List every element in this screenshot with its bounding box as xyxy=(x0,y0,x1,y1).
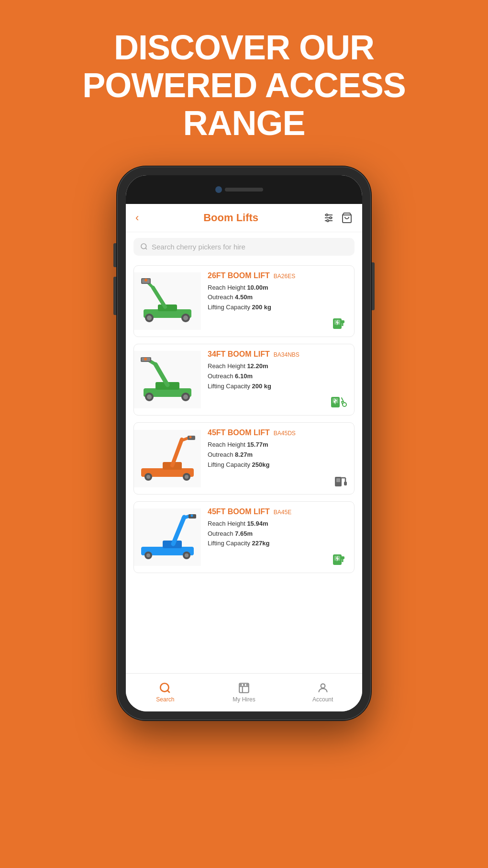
svg-point-41 xyxy=(146,475,150,479)
product-name-4: 45ft BOOM LIFT xyxy=(208,507,270,516)
svg-point-29 xyxy=(183,395,188,399)
search-bar[interactable]: Search cherry pickers for hire xyxy=(133,238,355,256)
product-image-2 xyxy=(134,351,201,408)
hires-nav-label: My Hires xyxy=(233,696,255,703)
svg-point-27 xyxy=(147,395,152,399)
fuel-icon-4 xyxy=(332,552,347,567)
search-nav-icon xyxy=(159,682,171,694)
svg-point-76 xyxy=(246,684,247,685)
svg-line-8 xyxy=(145,248,147,249)
power-button xyxy=(372,262,375,310)
hires-nav-icon xyxy=(238,682,250,694)
product-name-2: 34ft BOOM LIFT xyxy=(208,350,270,359)
svg-point-69 xyxy=(161,683,169,691)
svg-point-75 xyxy=(244,684,244,685)
phone-mockup: ‹ Boom Lifts xyxy=(0,157,488,720)
nav-my-hires[interactable]: My Hires xyxy=(205,674,284,711)
hero-title: DISCOVER OUR POWERED ACCESS RANGE xyxy=(0,0,488,157)
svg-point-43 xyxy=(185,475,189,479)
svg-line-45 xyxy=(172,440,182,465)
filter-icon[interactable] xyxy=(323,212,334,224)
page-title: Boom Lifts xyxy=(203,212,258,224)
product-image-4 xyxy=(134,508,201,566)
account-nav-icon xyxy=(317,682,329,694)
svg-point-4 xyxy=(330,217,332,219)
svg-point-5 xyxy=(327,220,329,222)
bottom-navigation: Search My Hires xyxy=(126,673,362,711)
phone-screen: ‹ Boom Lifts xyxy=(126,175,362,711)
fuel-icon-1 xyxy=(332,316,347,331)
account-nav-label: Account xyxy=(312,696,333,703)
product-code-3: BA45DS xyxy=(274,430,296,437)
product-specs-2: Reach Height 12.20m Outreach 6.10m Lifti… xyxy=(208,361,347,391)
product-info-2: 34ft BOOM LIFT BA34NBS Reach Height 12.2… xyxy=(201,344,354,415)
svg-line-15 xyxy=(153,288,165,307)
svg-rect-53 xyxy=(344,482,347,485)
svg-point-56 xyxy=(146,553,150,557)
fuel-icon-3 xyxy=(333,473,347,488)
product-card-4[interactable]: 45ft BOOM LIFT BA45E Reach Height 15.94m… xyxy=(133,501,355,573)
phone-notch xyxy=(126,175,362,204)
svg-point-13 xyxy=(183,316,188,320)
svg-point-77 xyxy=(321,684,325,688)
product-specs-1: Reach Height 10.00m Outreach 4.50m Lifti… xyxy=(208,283,347,313)
svg-point-19 xyxy=(144,279,147,282)
product-name-1: 26ft BOOM LIFT xyxy=(208,271,270,280)
camera-dot xyxy=(215,186,222,193)
product-info-3: 45ft BOOM LIFT BA45DS Reach Height 15.77… xyxy=(201,423,354,494)
product-info-4: 45ft BOOM LIFT BA45E Reach Height 15.94m… xyxy=(201,502,354,573)
product-card-1[interactable]: 26ft BOOM LIFT BA26ES Reach Height 10.00… xyxy=(133,265,355,337)
search-nav-label: Search xyxy=(156,696,174,703)
header-actions xyxy=(323,212,353,224)
app-screen: ‹ Boom Lifts xyxy=(126,204,362,711)
product-info-1: 26ft BOOM LIFT BA26ES Reach Height 10.00… xyxy=(201,266,354,337)
product-specs-3: Reach Height 15.77m Outreach 8.27m Lifti… xyxy=(208,440,347,470)
svg-point-48 xyxy=(189,436,192,439)
svg-point-58 xyxy=(185,553,189,557)
svg-point-35 xyxy=(144,358,147,361)
svg-point-63 xyxy=(191,515,193,517)
svg-rect-23 xyxy=(341,320,344,323)
search-placeholder: Search cherry pickers for hire xyxy=(152,243,245,251)
nav-account[interactable]: Account xyxy=(283,674,362,711)
phone-frame: ‹ Boom Lifts xyxy=(117,167,371,720)
svg-line-70 xyxy=(167,690,170,693)
svg-point-38 xyxy=(343,403,346,406)
svg-rect-50 xyxy=(336,478,340,482)
product-list: 26ft BOOM LIFT BA26ES Reach Height 10.00… xyxy=(126,261,362,673)
svg-line-31 xyxy=(155,364,167,385)
product-card-3[interactable]: 45ft BOOM LIFT BA45DS Reach Height 15.77… xyxy=(133,422,355,494)
product-code-1: BA26ES xyxy=(274,273,295,280)
cart-icon[interactable] xyxy=(341,212,353,224)
product-specs-4: Reach Height 15.94m Outreach 7.65m Lifti… xyxy=(208,519,347,549)
svg-point-11 xyxy=(147,316,152,320)
back-button[interactable]: ‹ xyxy=(135,212,139,224)
svg-point-3 xyxy=(326,214,328,216)
speaker-grille xyxy=(225,188,263,192)
search-icon xyxy=(140,243,148,250)
svg-point-7 xyxy=(141,244,146,249)
nav-search[interactable]: Search xyxy=(126,674,205,711)
product-name-3: 45ft BOOM LIFT xyxy=(208,428,270,437)
product-card-2[interactable]: 34ft BOOM LIFT BA34NBS Reach Height 12.2… xyxy=(133,344,355,416)
svg-point-74 xyxy=(240,684,241,685)
svg-line-60 xyxy=(173,517,184,544)
product-image-1 xyxy=(134,272,201,330)
product-code-4: BA45E xyxy=(274,509,291,516)
product-image-3 xyxy=(134,430,201,487)
product-code-2: BA34NBS xyxy=(274,351,299,358)
app-header: ‹ Boom Lifts xyxy=(126,204,362,232)
svg-rect-14 xyxy=(158,304,177,311)
fuel-icon-2 xyxy=(330,394,347,409)
svg-rect-67 xyxy=(341,556,344,559)
